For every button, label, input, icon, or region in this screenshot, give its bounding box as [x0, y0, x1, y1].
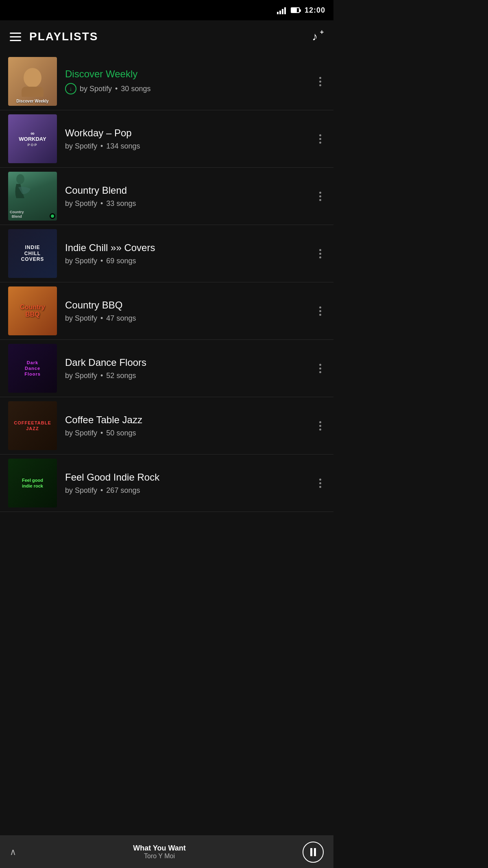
thumb-text: CountryBBQ: [20, 304, 45, 318]
playlist-name: Workday – Pop: [65, 127, 315, 139]
three-dots-icon: [319, 364, 321, 373]
header: PLAYLISTS + ♪: [0, 20, 333, 53]
thumb-text: ∞WORKDAY: [19, 131, 46, 142]
playlist-song-count: 52 songs: [106, 372, 136, 380]
svg-rect-1: [22, 87, 44, 97]
list-item[interactable]: INDIECHILLCOVERS Indie Chill »» Covers b…: [0, 225, 333, 282]
list-item[interactable]: CountryBBQ Country BBQ by Spotify • 47 s…: [0, 282, 333, 340]
playlist-info: Workday – Pop by Spotify • 134 songs: [65, 127, 315, 151]
more-options-button[interactable]: [315, 73, 325, 90]
playlist-creator: by Spotify: [65, 486, 97, 495]
collapse-button[interactable]: ∧: [10, 847, 16, 857]
playlist-meta: by Spotify • 134 songs: [65, 142, 315, 151]
playlist-thumbnail: ∞WORKDAY POP: [8, 114, 57, 163]
playlist-info: Coffee Table Jazz by Spotify • 50 songs: [65, 414, 315, 437]
more-options-button[interactable]: [315, 130, 325, 148]
playlist-song-count: 69 songs: [106, 257, 136, 265]
more-options-button[interactable]: [315, 417, 325, 435]
thumb-text: DarkDanceFloors: [24, 360, 41, 377]
list-item[interactable]: CountryBlend Country Blend by Spotify • …: [0, 168, 333, 225]
playlist-name: Indie Chill »» Covers: [65, 242, 315, 254]
three-dots-icon: [319, 77, 321, 86]
three-dots-icon: [319, 249, 321, 258]
playlist-info: Discover Weekly ↓ by Spotify • 30 songs: [65, 68, 315, 94]
playlist-song-count: 134 songs: [106, 142, 140, 151]
thumb-visual: CountryBlend: [8, 172, 57, 221]
playlist-name: Dark Dance Floors: [65, 357, 315, 368]
playlist-meta: by Spotify • 50 songs: [65, 429, 315, 437]
playlist-creator: by Spotify: [65, 372, 97, 380]
playlist-song-count: 267 songs: [106, 486, 140, 495]
playlist-thumbnail: Feel goodindie rock: [8, 459, 57, 507]
list-item[interactable]: Discover Weekly Discover Weekly ↓ by Spo…: [0, 53, 333, 110]
now-playing-title: What You Want: [16, 844, 303, 853]
three-dots-icon: [319, 479, 321, 488]
playlist-song-count: 47 songs: [106, 314, 136, 323]
playlist-name: Discover Weekly: [65, 68, 315, 80]
svg-point-3: [16, 174, 24, 184]
more-options-button[interactable]: [315, 245, 325, 262]
playlist-name: Feel Good Indie Rock: [65, 472, 315, 483]
playlist-dot: •: [100, 486, 103, 495]
now-playing-bar[interactable]: ∧ What You Want Toro Y Moi: [0, 835, 333, 868]
three-dots-icon: [319, 306, 321, 316]
thumb-text: Feel goodindie rock: [22, 477, 43, 489]
playlist-meta: by Spotify • 47 songs: [65, 314, 315, 323]
playlist-info: Feel Good Indie Rock by Spotify • 267 so…: [65, 472, 315, 495]
more-options-button[interactable]: [315, 302, 325, 320]
playlist-dot: •: [100, 199, 103, 208]
pause-button[interactable]: [303, 842, 324, 863]
plus-icon: +: [320, 28, 324, 36]
playlist-meta: by Spotify • 33 songs: [65, 199, 315, 208]
more-options-button[interactable]: [315, 188, 325, 205]
playlist-name: Coffee Table Jazz: [65, 414, 315, 426]
header-left: PLAYLISTS: [10, 30, 98, 43]
list-item[interactable]: ∞WORKDAY POP Workday – Pop by Spotify • …: [0, 110, 333, 168]
now-playing-info: What You Want Toro Y Moi: [16, 844, 303, 860]
playlist-thumbnail: COFFEETABLEJAZZ: [8, 401, 57, 450]
playlist-dot: •: [115, 85, 118, 93]
more-options-button[interactable]: [315, 360, 325, 377]
playlist-dot: •: [100, 429, 103, 437]
playlist-creator: by Spotify: [65, 314, 97, 323]
playlist-name: Country BBQ: [65, 300, 315, 311]
playlist-thumbnail: INDIECHILLCOVERS: [8, 229, 57, 278]
playlist-name: Country Blend: [65, 185, 315, 196]
menu-button[interactable]: [10, 33, 21, 41]
playlist-thumbnail: CountryBlend: [8, 172, 57, 221]
playlist-meta: by Spotify • 267 songs: [65, 486, 315, 495]
list-item[interactable]: Feel goodindie rock Feel Good Indie Rock…: [0, 455, 333, 512]
playlist-creator: by Spotify: [65, 257, 97, 265]
playlist-info: Country BBQ by Spotify • 47 songs: [65, 300, 315, 323]
list-item[interactable]: DarkDanceFloors Dark Dance Floors by Spo…: [0, 340, 333, 397]
playlist-meta: by Spotify • 69 songs: [65, 257, 315, 265]
svg-point-0: [24, 68, 41, 87]
playlist-creator: by Spotify: [65, 429, 97, 437]
more-options-button[interactable]: [315, 474, 325, 492]
three-dots-icon: [319, 421, 321, 431]
playlist-song-count: 33 songs: [106, 199, 136, 208]
playlist-info: Country Blend by Spotify • 33 songs: [65, 185, 315, 208]
playlist-dot: •: [100, 372, 103, 380]
playlist-thumbnail: DarkDanceFloors: [8, 344, 57, 393]
add-playlist-button[interactable]: + ♪: [306, 28, 324, 46]
battery-icon: [291, 7, 300, 13]
download-icon: ↓: [65, 83, 76, 94]
playlist-dot: •: [100, 257, 103, 265]
signal-icon: [277, 6, 286, 14]
playlist-list: Discover Weekly Discover Weekly ↓ by Spo…: [0, 53, 333, 512]
list-item[interactable]: COFFEETABLEJAZZ Coffee Table Jazz by Spo…: [0, 397, 333, 455]
thumb-text: INDIECHILLCOVERS: [21, 245, 44, 262]
playlist-meta: by Spotify • 52 songs: [65, 372, 315, 380]
status-bar: 12:00: [0, 0, 333, 20]
thumb-subtext: POP: [27, 143, 37, 147]
now-playing-artist: Toro Y Moi: [16, 853, 303, 860]
thumb-text: COFFEETABLEJAZZ: [14, 420, 51, 432]
playlist-song-count: 50 songs: [106, 429, 136, 437]
playlist-creator: by Spotify: [65, 142, 97, 151]
playlist-song-count: 30 songs: [121, 85, 150, 93]
music-note-icon: ♪: [312, 30, 318, 43]
playlist-meta: ↓ by Spotify • 30 songs: [65, 83, 315, 94]
playlist-thumbnail: Discover Weekly: [8, 57, 57, 106]
playlist-dot: •: [100, 142, 103, 151]
